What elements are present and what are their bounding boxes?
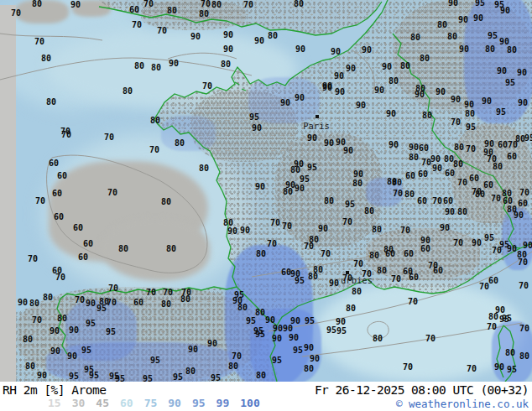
- humidity-value-label: 90: [289, 334, 299, 342]
- humidity-value-label: 80: [507, 46, 517, 55]
- humidity-value-label: 70: [408, 298, 418, 306]
- humidity-value-label: 90: [343, 147, 353, 155]
- humidity-value-label: 70: [149, 146, 159, 154]
- humidity-value-label: 70: [132, 21, 142, 29]
- humidity-value-label: 80: [324, 197, 334, 206]
- humidity-value-label: 90: [436, 88, 446, 96]
- humidity-value-label: 90: [445, 208, 455, 216]
- humidity-value-label: 70: [104, 133, 114, 142]
- humidity-value-label: 95: [496, 108, 506, 117]
- humidity-value-label: 90: [307, 134, 317, 143]
- humidity-value-label: 90: [304, 344, 314, 352]
- humidity-value-label: 80: [457, 208, 467, 216]
- humidity-value-label: 70: [28, 255, 38, 263]
- humidity-value-label: 80: [290, 166, 300, 174]
- humidity-value-label: 90: [207, 340, 217, 348]
- legend-value: 60: [120, 398, 133, 408]
- humidity-value-label: 95: [295, 277, 305, 285]
- humidity-value-label: 90: [322, 84, 332, 92]
- humidity-value-label: 90: [329, 279, 339, 288]
- humidity-value-label: 60: [518, 200, 528, 208]
- humidity-value-label: 60: [385, 250, 395, 258]
- humidity-value-label: 90: [500, 7, 510, 15]
- humidity-value-label: 70: [421, 159, 431, 167]
- humidity-value-label: 90: [451, 96, 461, 104]
- humidity-value-label: 60: [483, 181, 493, 190]
- humidity-value-label: 80: [150, 117, 160, 125]
- humidity-value-label: 70: [143, 0, 154, 8]
- humidity-value-label: 90: [386, 110, 396, 118]
- humidity-value-label: 80: [185, 367, 196, 376]
- humidity-value-label: 70: [75, 296, 85, 304]
- humidity-value-label: 90: [37, 372, 47, 380]
- humidity-value-label: 90: [273, 325, 283, 333]
- humidity-value-label: 90: [252, 124, 262, 133]
- humidity-value-label: 80: [123, 87, 133, 96]
- humidity-value-label: 80: [485, 45, 495, 54]
- humidity-value-label: 80: [519, 352, 529, 361]
- humidity-value-label: 90: [346, 65, 356, 73]
- humidity-value-label: 80: [364, 207, 374, 216]
- humidity-value-label: 80: [309, 236, 319, 244]
- humidity-value-label: 80: [167, 7, 177, 15]
- humidity-value-label: 80: [502, 190, 512, 198]
- humidity-value-label: 70: [35, 197, 45, 206]
- humidity-value-label: 90: [482, 97, 492, 106]
- humidity-value-label: 80: [175, 139, 185, 148]
- humidity-value-label: 90: [190, 33, 201, 41]
- humidity-value-label: 90: [353, 170, 363, 179]
- humidity-value-label: 80: [166, 245, 176, 253]
- humidity-value-label: 70: [163, 289, 173, 297]
- humidity-value-label: 90: [254, 37, 264, 45]
- humidity-value-label: 80: [377, 267, 387, 275]
- humidity-value-label: 70: [400, 226, 410, 235]
- humidity-value-label: 80: [505, 349, 515, 357]
- humidity-value-label: 90: [255, 183, 265, 191]
- humidity-value-label: 70: [508, 141, 518, 149]
- humidity-value-label: 90: [497, 67, 507, 75]
- humidity-value-label: 70: [453, 239, 463, 247]
- city-label: Paris: [303, 122, 330, 131]
- map-footer: RH 2m [%] Arome Fr 26-12-2025 08:00 UTC …: [0, 382, 532, 411]
- humidity-value-label: 60: [488, 277, 498, 285]
- humidity-value-label: 60: [404, 250, 414, 258]
- humidity-value-label: 90: [295, 185, 305, 193]
- humidity-value-label: 80: [420, 55, 430, 63]
- humidity-value-label: 80: [29, 299, 39, 308]
- humidity-value-label: 80: [41, 55, 51, 63]
- humidity-value-label: 70: [519, 189, 529, 197]
- humidity-value-label: 90: [362, 46, 372, 55]
- humidity-value-label: 80: [352, 179, 362, 188]
- product-title: RH 2m [%] Arome: [3, 383, 106, 397]
- humidity-value-label: 70: [479, 283, 489, 291]
- humidity-value-label: 80: [134, 62, 144, 70]
- humidity-value-label: 95: [326, 326, 336, 335]
- humidity-value-label: 90: [295, 94, 305, 102]
- humidity-value-label: 90: [464, 101, 474, 109]
- humidity-value-label: 80: [161, 300, 171, 309]
- humidity-value-label: 60: [52, 190, 62, 198]
- humidity-value-label: 90: [70, 1, 81, 9]
- humidity-value-label: 90: [335, 88, 345, 96]
- humidity-value-label: 60: [129, 6, 139, 14]
- humidity-value-label: 70: [202, 82, 212, 91]
- humidity-value-label: 80: [294, 0, 304, 8]
- humidity-value-label: 60: [49, 159, 59, 168]
- humidity-value-label: 90: [517, 69, 527, 77]
- legend-value: 90: [168, 398, 181, 408]
- humidity-value-label: 60: [409, 273, 419, 282]
- humidity-value-label: 60: [418, 170, 428, 179]
- humidity-value-label: 90: [169, 60, 179, 68]
- humidity-value-label: 80: [23, 336, 33, 344]
- humidity-value-label: 95: [475, 0, 485, 8]
- humidity-value-label: 70: [353, 260, 363, 268]
- humidity-value-label: 95: [173, 373, 183, 382]
- humidity-value-label: 80: [465, 110, 475, 118]
- humidity-value-label: 80: [447, 33, 457, 41]
- legend-value: 99: [216, 398, 230, 408]
- copyright-link[interactable]: © weatheronline.co.uk: [396, 398, 529, 410]
- humidity-value-label: 90: [459, 45, 469, 54]
- humidity-value-label: 80: [437, 21, 447, 29]
- humidity-value-label: 90: [67, 352, 77, 361]
- humidity-value-label: 95: [106, 328, 116, 336]
